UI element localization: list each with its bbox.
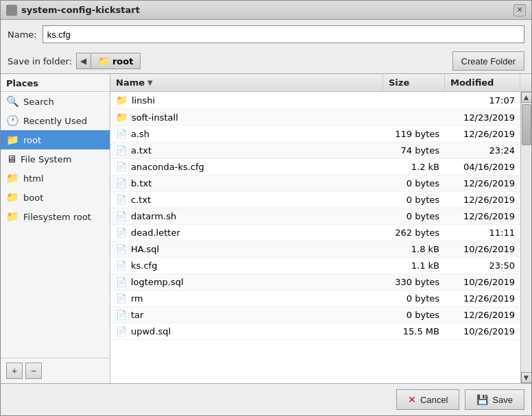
- file-name-cell: 📁 soft-install: [110, 109, 383, 125]
- main-window: system-config-kickstart ✕ Name: Save in …: [0, 0, 532, 416]
- cancel-icon: ✕: [408, 394, 416, 405]
- folder-current: 📁 root: [91, 53, 141, 69]
- app-icon: [6, 5, 17, 16]
- file-modified-cell: 12/26/2019: [445, 291, 520, 306]
- file-name-cell: 📄 tar: [110, 307, 383, 323]
- file-modified-cell: 12/26/2019: [445, 307, 520, 323]
- sidebar-item-file-system[interactable]: 🖥File System: [1, 149, 110, 169]
- table-row[interactable]: 📄 dead.letter 262 bytes 11:11: [110, 225, 520, 241]
- save-label: Save: [492, 395, 513, 405]
- file-size-cell: [383, 109, 445, 125]
- bottom-bar: ✕ Cancel 💾 Save: [1, 383, 531, 415]
- sidebar-item-label-html: html: [23, 173, 44, 184]
- file-name-cell: 📄 upwd.sql: [110, 323, 383, 339]
- save-button[interactable]: 💾 Save: [465, 389, 524, 410]
- add-location-button[interactable]: +: [6, 363, 23, 379]
- file-modified-cell: 12/23/2019: [445, 109, 520, 125]
- file-size-cell: 1.1 kB: [383, 258, 445, 273]
- file-name: a.sh: [131, 129, 149, 139]
- name-label: Name:: [8, 29, 37, 40]
- file-icon: 📄: [116, 326, 127, 337]
- sidebar-item-label-file-system: File System: [21, 154, 71, 164]
- file-name-cell: 📄 HA.sql: [110, 241, 383, 257]
- table-row[interactable]: 📄 c.txt 0 bytes 12/26/2019: [110, 192, 520, 208]
- name-input[interactable]: [43, 25, 524, 43]
- file-name-cell: 📄 dead.letter: [110, 225, 383, 241]
- table-row[interactable]: 📄 ks.cfg 1.1 kB 23:50: [110, 258, 520, 274]
- file-name-cell: 📄 a.txt: [110, 143, 383, 158]
- table-row[interactable]: 📄 a.sh 119 bytes 12/26/2019: [110, 126, 520, 143]
- column-name-label: Name: [116, 77, 145, 88]
- table-row[interactable]: 📄 logtemp.sql 330 bytes 10/26/2019: [110, 274, 520, 291]
- file-modified-cell: 12/26/2019: [445, 208, 520, 224]
- sidebar-item-root[interactable]: 📁root: [1, 130, 110, 149]
- file-name: logtemp.sql: [131, 277, 184, 287]
- file-size-cell: 0 bytes: [383, 291, 445, 306]
- file-size-cell: 15.5 MB: [383, 323, 445, 339]
- file-modified-cell: 23:50: [445, 258, 520, 273]
- file-icon: 📄: [116, 211, 127, 221]
- create-folder-button[interactable]: Create Folder: [452, 51, 524, 71]
- column-name[interactable]: Name ▼: [110, 74, 383, 91]
- scrollbar-header: [520, 74, 531, 91]
- sidebar-item-boot[interactable]: 📁boot: [1, 188, 110, 207]
- table-row[interactable]: 📄 upwd.sql 15.5 MB 10/26/2019: [110, 323, 520, 340]
- file-icon: 📄: [116, 195, 127, 205]
- scroll-thumb[interactable]: [522, 104, 531, 145]
- file-name: datarm.sh: [131, 211, 176, 221]
- folder-back-button[interactable]: ◀: [76, 53, 91, 69]
- cancel-button[interactable]: ✕ Cancel: [396, 389, 459, 410]
- sidebar-item-filesystem-root[interactable]: 📁Filesystem root: [1, 207, 110, 226]
- file-modified-cell: 04/16/2019: [445, 159, 520, 175]
- table-row[interactable]: 📄 anaconda-ks.cfg 1.2 kB 04/16/2019: [110, 159, 520, 175]
- sidebar-item-recently-used[interactable]: 🕐Recently Used: [1, 111, 110, 130]
- sidebar-item-label-search: Search: [23, 97, 54, 107]
- file-name-cell: 📄 b.txt: [110, 175, 383, 191]
- file-list: 📁 linshi 17:07 📁 soft-install 12/23/2019…: [110, 92, 520, 383]
- file-size-cell: 0 bytes: [383, 307, 445, 323]
- file-name: linshi: [132, 95, 155, 106]
- table-row[interactable]: 📁 soft-install 12/23/2019: [110, 109, 520, 126]
- file-size-cell: 0 bytes: [383, 175, 445, 191]
- close-button[interactable]: ✕: [513, 4, 526, 16]
- file-size-cell: 262 bytes: [383, 225, 445, 241]
- sidebar-item-html[interactable]: 📁html: [1, 169, 110, 188]
- folder-row: Save in folder: ◀ 📁 root Create Folder: [1, 49, 531, 73]
- sidebar-items: 🔍Search🕐Recently Used📁root🖥File System📁h…: [1, 92, 110, 358]
- column-size[interactable]: Size: [383, 74, 445, 91]
- file-size-cell: 119 bytes: [383, 126, 445, 142]
- main-area: Places 🔍Search🕐Recently Used📁root🖥File S…: [1, 73, 531, 383]
- sidebar-item-search[interactable]: 🔍Search: [1, 92, 110, 111]
- file-modified-cell: 10/26/2019: [445, 241, 520, 257]
- file-name-cell: 📄 logtemp.sql: [110, 274, 383, 290]
- file-icon: 📄: [116, 129, 127, 139]
- sidebar-header: Places: [1, 74, 110, 92]
- file-name-cell: 📄 a.sh: [110, 126, 383, 142]
- scroll-up-button[interactable]: ▲: [521, 92, 532, 103]
- file-modified-cell: 12/26/2019: [445, 126, 520, 142]
- sidebar-item-label-root: root: [23, 135, 41, 145]
- sidebar-item-icon-file-system: 🖥: [6, 153, 16, 165]
- table-row[interactable]: 📁 linshi 17:07: [110, 92, 520, 109]
- table-row[interactable]: 📄 b.txt 0 bytes 12/26/2019: [110, 175, 520, 192]
- table-row[interactable]: 📄 HA.sql 1.8 kB 10/26/2019: [110, 241, 520, 258]
- scrollbar[interactable]: ▲ ▼: [520, 92, 531, 383]
- table-row[interactable]: 📄 datarm.sh 0 bytes 12/26/2019: [110, 208, 520, 225]
- folder-icon: 📁: [116, 95, 128, 106]
- file-size-cell: 74 bytes: [383, 143, 445, 158]
- file-name: b.txt: [131, 178, 152, 188]
- file-icon: 📄: [116, 145, 127, 156]
- column-modified[interactable]: Modified: [445, 74, 520, 91]
- table-row[interactable]: 📄 rm 0 bytes 12/26/2019: [110, 291, 520, 307]
- save-icon: 💾: [476, 394, 488, 405]
- file-name: dead.letter: [131, 228, 180, 238]
- file-icon: 📄: [116, 228, 127, 238]
- file-name-cell: 📄 ks.cfg: [110, 258, 383, 273]
- file-name: c.txt: [131, 195, 151, 205]
- remove-location-button[interactable]: −: [25, 363, 42, 379]
- scroll-down-button[interactable]: ▼: [521, 372, 532, 383]
- table-row[interactable]: 📄 tar 0 bytes 12/26/2019: [110, 307, 520, 323]
- file-size-cell: 1.2 kB: [383, 159, 445, 175]
- file-modified-cell: 11:11: [445, 225, 520, 241]
- table-row[interactable]: 📄 a.txt 74 bytes 23:24: [110, 143, 520, 159]
